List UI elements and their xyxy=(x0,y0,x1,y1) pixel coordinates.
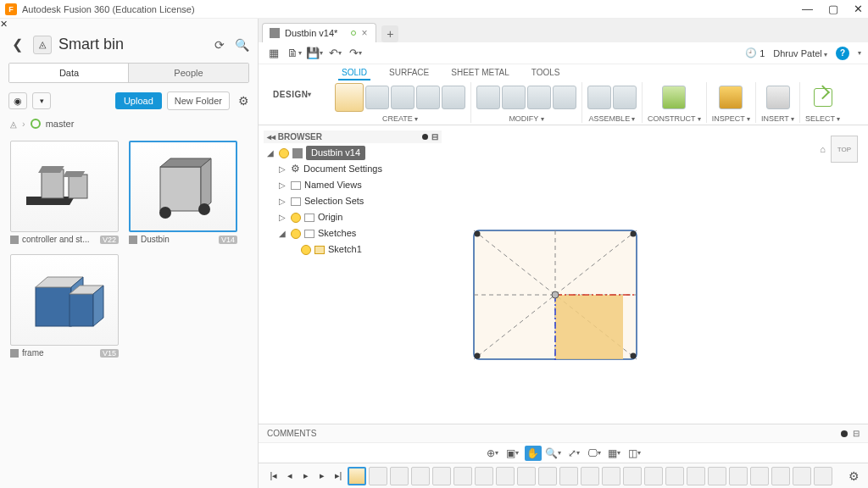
timeline-feature[interactable] xyxy=(729,467,748,485)
timeline-settings-icon[interactable]: ⚙ xyxy=(849,469,860,483)
timeline-feature[interactable] xyxy=(644,467,663,485)
sweep-icon[interactable] xyxy=(416,86,440,109)
orbit-icon[interactable]: ⊕ xyxy=(484,446,501,461)
timeline-feature[interactable] xyxy=(665,467,684,485)
document-tab-dustbin[interactable]: Dustbin v14* × xyxy=(262,23,376,42)
timeline-feature[interactable] xyxy=(496,467,515,485)
data-panel-close-icon[interactable]: ✕ xyxy=(0,19,258,30)
upload-button[interactable]: Upload xyxy=(115,92,162,109)
timeline-feature[interactable] xyxy=(453,467,472,485)
branch-row[interactable]: ◬ › master xyxy=(0,115,258,132)
group-label-create[interactable]: CREATE xyxy=(382,114,418,123)
comments-bar[interactable]: COMMENTS ⊟ xyxy=(259,424,868,442)
timeline-start-icon[interactable]: |◂ xyxy=(267,469,281,483)
timeline-feature[interactable] xyxy=(750,467,769,485)
extrude-icon[interactable] xyxy=(365,86,389,109)
timeline-feature[interactable] xyxy=(369,467,387,485)
timeline-feature[interactable] xyxy=(623,467,642,485)
timeline-next-icon[interactable]: ▸ xyxy=(315,469,329,483)
timeline-feature[interactable] xyxy=(793,467,811,485)
shell-icon[interactable] xyxy=(527,86,551,109)
timeline-prev-icon[interactable]: ◂ xyxy=(283,469,297,483)
search-icon[interactable]: 🔍 xyxy=(235,38,249,52)
timeline-feature[interactable] xyxy=(432,467,451,485)
tree-item-sketches[interactable]: ◢Sketches xyxy=(265,225,440,241)
timeline-play-icon[interactable]: ▸ xyxy=(299,469,313,483)
tab-data[interactable]: Data xyxy=(9,64,129,82)
group-label-construct[interactable]: CONSTRUCT xyxy=(648,114,701,123)
timeline-feature[interactable] xyxy=(559,467,578,485)
app-grid-icon[interactable]: ▦ xyxy=(265,45,282,62)
window-maximize-button[interactable]: ▢ xyxy=(828,3,838,15)
project-item-dustbin[interactable]: DustbinV14 xyxy=(129,141,237,244)
file-menu-icon[interactable]: 🗎 xyxy=(286,45,303,62)
back-button[interactable]: ❮ xyxy=(8,35,26,54)
viewport-icon[interactable]: ◫ xyxy=(626,446,643,461)
new-folder-button[interactable]: New Folder xyxy=(167,92,230,110)
group-label-select[interactable]: SELECT xyxy=(805,114,840,123)
viewcube[interactable]: ⌂ TOP xyxy=(820,136,858,163)
recovery-indicator[interactable]: 🕘1 xyxy=(745,47,765,58)
as-built-joint-icon[interactable] xyxy=(613,86,637,109)
joint-icon[interactable] xyxy=(587,86,611,109)
tab-people[interactable]: People xyxy=(129,64,248,82)
timeline-feature[interactable] xyxy=(517,467,536,485)
comments-settings-icon[interactable] xyxy=(841,430,848,437)
loft-icon[interactable] xyxy=(442,86,465,109)
view-filter-icon[interactable]: ◉ xyxy=(8,92,27,109)
redo-icon[interactable]: ↷ xyxy=(347,45,364,62)
workspace-switcher[interactable]: DESIGN xyxy=(259,64,326,125)
timeline-feature[interactable] xyxy=(771,467,790,485)
lightbulb-icon[interactable] xyxy=(291,213,301,223)
browser-collapse-icon[interactable]: ◂◂ xyxy=(267,132,275,141)
tree-item-docsettings[interactable]: ▷⚙Document Settings xyxy=(265,161,440,177)
group-label-modify[interactable]: MODIFY xyxy=(509,114,543,123)
timeline-feature[interactable] xyxy=(602,467,620,485)
group-label-insert[interactable]: INSERT xyxy=(761,114,794,123)
env-tab-solid[interactable]: SOLID xyxy=(338,66,370,80)
group-label-inspect[interactable]: INSPECT xyxy=(712,114,750,123)
timeline-feature[interactable] xyxy=(538,467,557,485)
construct-plane-icon[interactable] xyxy=(662,86,686,109)
browser-settings-icon[interactable] xyxy=(422,134,428,140)
grid-settings-icon[interactable]: ▦ xyxy=(606,446,623,461)
env-tab-surface[interactable]: SURFACE xyxy=(386,66,432,80)
tree-item-origin[interactable]: ▷Origin xyxy=(265,209,440,225)
browser-slider-icon[interactable]: ⊟ xyxy=(431,132,438,141)
close-tab-icon[interactable]: × xyxy=(361,27,367,39)
tree-item-selectionsets[interactable]: ▷Selection Sets xyxy=(265,193,440,209)
project-item-controller[interactable]: controller and st...V22 xyxy=(10,141,119,244)
project-item-frame[interactable]: frameV15 xyxy=(10,254,119,358)
undo-icon[interactable]: ↶ xyxy=(326,45,343,62)
new-sketch-icon[interactable] xyxy=(335,83,364,112)
select-icon[interactable] xyxy=(814,88,832,107)
timeline-feature[interactable] xyxy=(708,467,726,485)
insert-icon[interactable] xyxy=(766,86,790,109)
group-label-assemble[interactable]: ASSEMBLE xyxy=(589,114,636,123)
lightbulb-icon[interactable] xyxy=(291,229,301,239)
look-at-icon[interactable]: ▣ xyxy=(504,446,521,461)
view-filter-dropdown[interactable]: ▾ xyxy=(32,92,51,109)
timeline-feature[interactable] xyxy=(581,467,599,485)
help-icon[interactable]: ? xyxy=(836,47,849,60)
lightbulb-icon[interactable] xyxy=(301,245,311,255)
tree-root-row[interactable]: ◢ Dustbin v14 xyxy=(265,145,440,161)
measure-icon[interactable] xyxy=(719,86,743,109)
timeline-feature[interactable] xyxy=(411,467,430,485)
fillet-icon[interactable] xyxy=(502,86,526,109)
save-icon[interactable]: 💾 xyxy=(306,45,323,62)
tree-item-namedviews[interactable]: ▷Named Views xyxy=(265,177,440,193)
display-settings-icon[interactable]: 🖵 xyxy=(586,446,603,461)
timeline-feature[interactable] xyxy=(475,467,493,485)
timeline-feature-sketch[interactable] xyxy=(348,467,366,485)
comments-expand-icon[interactable]: ⊟ xyxy=(853,429,860,438)
revolve-icon[interactable] xyxy=(391,86,415,109)
timeline-feature[interactable] xyxy=(687,467,705,485)
timeline-end-icon[interactable]: ▸| xyxy=(331,469,345,483)
fit-icon[interactable]: ⤢ xyxy=(565,446,582,461)
zoom-icon[interactable]: 🔍 xyxy=(545,446,562,461)
viewcube-face[interactable]: TOP xyxy=(831,136,858,163)
pan-icon[interactable]: ✋ xyxy=(525,446,542,461)
window-close-button[interactable]: ✕ xyxy=(854,3,863,15)
settings-icon[interactable]: ⚙ xyxy=(238,94,249,108)
